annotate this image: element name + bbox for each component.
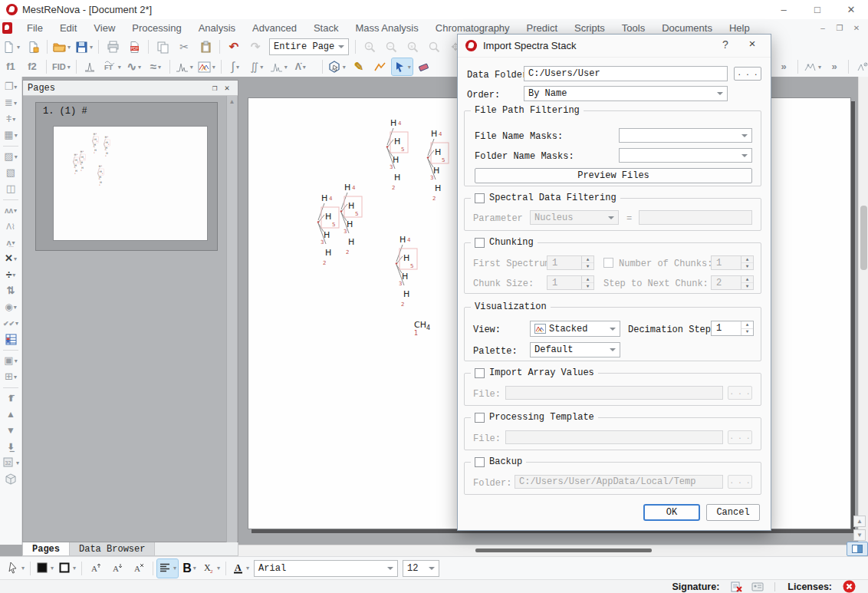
pointer-tool-button[interactable]: ▾: [392, 58, 413, 75]
align-left-button[interactable]: ▾: [157, 559, 178, 578]
move-up-button[interactable]: ▲: [1, 407, 21, 422]
ch4-formula-label[interactable]: CH41: [414, 320, 430, 337]
select-structure-button[interactable]: ▾: [327, 58, 347, 75]
parameters-button[interactable]: ǂ▾: [1, 111, 21, 127]
baseline-correction-button[interactable]: ≈▾: [146, 58, 166, 75]
molecule-structure[interactable]: H 4 H 5 H 3 H 2: [314, 192, 342, 268]
font-increase-button[interactable]: A: [86, 559, 106, 578]
image-tool-button[interactable]: ▧: [1, 165, 21, 180]
frame-grid-button[interactable]: ⊞▾: [1, 369, 21, 384]
menu-stack[interactable]: Stack: [305, 20, 347, 36]
cut-button[interactable]: ✂: [174, 38, 194, 55]
visibility-button[interactable]: ◉▾: [1, 299, 21, 315]
f2-button[interactable]: f2: [22, 58, 42, 75]
menu-analysis[interactable]: Analysis: [190, 20, 244, 36]
polyline-button[interactable]: [370, 58, 390, 75]
dialog-close-button[interactable]: ×: [745, 38, 760, 53]
fill-color-button[interactable]: ▾: [35, 559, 55, 578]
palette-select[interactable]: Default: [530, 342, 620, 357]
molecule-structure[interactable]: H 4 H 5 H 3 H 2: [424, 127, 452, 204]
fitting-button[interactable]: ▾: [268, 58, 289, 75]
vertical-scrollbar[interactable]: [858, 77, 868, 545]
molecule-structure[interactable]: H 4 H 5 H 3 H 2: [393, 233, 420, 310]
processing-template-checkbox[interactable]: [475, 413, 485, 423]
import-array-values-checkbox[interactable]: [475, 368, 485, 378]
multiply-button[interactable]: ✕▾: [1, 251, 21, 266]
open-folder-button[interactable]: ▾: [51, 38, 72, 55]
cancel-button[interactable]: Cancel: [706, 504, 760, 521]
peak-picking-button[interactable]: ▾: [174, 58, 195, 75]
page-zoom-select[interactable]: Entire Page: [269, 38, 349, 55]
signature-invalid-icon[interactable]: [730, 581, 742, 593]
decimation-step-spinner[interactable]: 1 ▲▼: [711, 321, 754, 336]
page-down-button[interactable]: ▼: [853, 529, 866, 541]
spectral-data-filtering-checkbox[interactable]: [475, 193, 485, 203]
line-color-button[interactable]: ▾: [57, 559, 77, 578]
stacked-spectra-button[interactable]: ▾: [196, 58, 217, 75]
panel-scrollbar[interactable]: ▲: [226, 96, 237, 542]
font-color-button[interactable]: A▾: [230, 559, 251, 578]
font-reset-button[interactable]: A: [129, 559, 149, 578]
copy-button[interactable]: [153, 38, 173, 55]
page-up-button[interactable]: ▲: [853, 516, 866, 527]
save-button[interactable]: ▾: [74, 38, 94, 55]
peaks-a-button[interactable]: ᴧᴧ▾: [1, 203, 21, 218]
order-select[interactable]: By Name: [524, 86, 728, 101]
export-pdf-button[interactable]: PDF: [124, 38, 144, 55]
frame-button[interactable]: ▣▾: [1, 353, 21, 368]
eraser-button[interactable]: [414, 58, 434, 75]
f1-button[interactable]: f1: [1, 58, 21, 75]
maximize-button[interactable]: □: [801, 1, 834, 19]
signature-card-icon[interactable]: [751, 581, 764, 593]
tiles-button[interactable]: ▦▾: [1, 127, 21, 143]
fourier-transform-button[interactable]: FT▾: [102, 58, 123, 75]
preview-files-button[interactable]: Preview Files: [475, 168, 752, 183]
license-error-icon[interactable]: [843, 580, 856, 593]
font-family-select[interactable]: Arial: [254, 560, 398, 577]
data-folder-browse-button[interactable]: . . .: [734, 67, 761, 81]
toolbar-button-button[interactable]: »: [824, 58, 844, 75]
menu-view[interactable]: View: [85, 20, 123, 36]
backup-checkbox[interactable]: [475, 457, 485, 467]
font-decrease-button[interactable]: A: [107, 559, 127, 578]
assignment-button[interactable]: Λ̇▾: [291, 58, 311, 75]
multiplet-button[interactable]: ∬▾: [247, 58, 267, 75]
minimize-button[interactable]: –: [767, 1, 801, 19]
peaks-c-button[interactable]: ᴧ̲▾: [1, 235, 21, 250]
page-thumbnail[interactable]: 1. (1) # H 4 H 5 H 3 H 2 H 4 H 5 H 3 H 2: [35, 102, 218, 251]
bold-button[interactable]: B▾: [179, 559, 199, 578]
close-button[interactable]: ✕: [834, 1, 868, 19]
scroll-up-icon[interactable]: ▲: [227, 96, 237, 107]
font-size-select[interactable]: 12: [403, 560, 439, 577]
fid-button[interactable]: FID▾: [51, 58, 72, 75]
insert-image-button[interactable]: ▨▾: [1, 149, 21, 164]
data-folder-input[interactable]: C:/Users/User: [524, 66, 728, 81]
page-navigator-button[interactable]: [847, 542, 868, 556]
move-top-button[interactable]: ⬆̅: [1, 390, 21, 406]
panel-float-icon[interactable]: ❐: [209, 83, 221, 93]
dialog-help-button[interactable]: ?: [718, 38, 732, 52]
hscroll-thumb[interactable]: [475, 549, 652, 552]
tab-data-browser[interactable]: Data Browser: [70, 542, 155, 555]
tab-pages[interactable]: Pages: [23, 542, 70, 555]
peaks-b-button[interactable]: Λ⌇: [1, 219, 21, 234]
swap-button[interactable]: ⇅: [1, 283, 21, 298]
menu-advanced[interactable]: Advanced: [244, 20, 305, 36]
print-button[interactable]: [103, 38, 123, 55]
verify-tool-button[interactable]: [853, 58, 868, 75]
layers-button[interactable]: ❐▾: [1, 79, 21, 94]
paste-button[interactable]: [196, 38, 215, 55]
chunking-checkbox[interactable]: [475, 238, 485, 248]
new-document-button[interactable]: ▾: [1, 38, 21, 55]
ok-button[interactable]: OK: [643, 504, 700, 521]
molecule-structure[interactable]: H 4 H 5 H 3 H 2: [383, 117, 411, 193]
horizontal-scrollbar[interactable]: [238, 545, 858, 556]
subscript-button[interactable]: X2▾: [201, 559, 222, 578]
menu-edit[interactable]: Edit: [51, 20, 85, 36]
align-objects-button[interactable]: ≣▾: [1, 95, 21, 110]
bit32-button[interactable]: 32▾: [1, 455, 21, 470]
undo-button[interactable]: ↶: [224, 38, 244, 55]
page-spectrum-button[interactable]: ◫: [1, 181, 21, 196]
move-bottom-button[interactable]: ⬇̲: [1, 439, 21, 454]
move-down-button[interactable]: ▼: [1, 423, 21, 438]
